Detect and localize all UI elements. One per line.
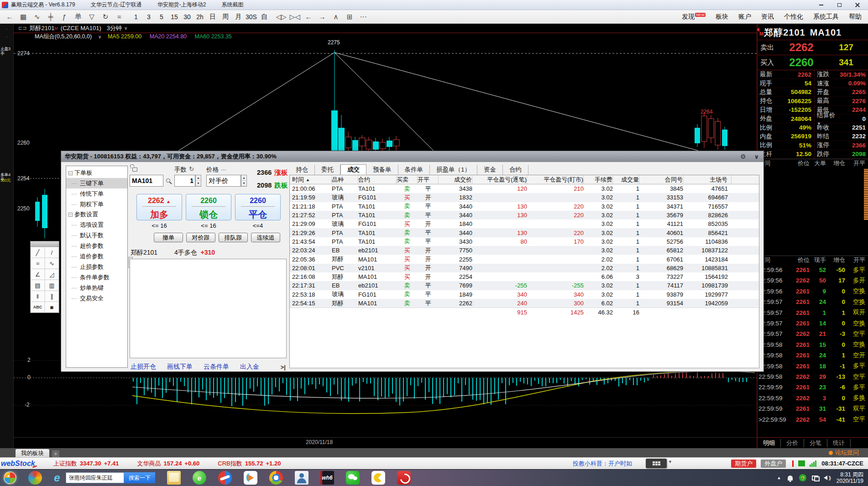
tree-group-参数设置[interactable]: −参数设置 <box>66 209 127 219</box>
lots-spinner[interactable]: ▲▼ <box>195 175 201 187</box>
drawing-tool-0[interactable]: ╱ <box>31 247 45 258</box>
prev-icon[interactable]: ← <box>303 11 314 22</box>
kline-chart-icon[interactable]: ╪ <box>45 11 57 22</box>
tree-item-止损参数[interactable]: 止损参数 <box>66 261 127 272</box>
safe-360-icon[interactable] <box>218 471 232 485</box>
button-对价跟[interactable]: 对价跟 <box>186 233 215 242</box>
taskbar-search-input[interactable]: 张雨绮回应朱正廷 <box>66 472 124 483</box>
period-30[interactable]: 30 <box>182 11 193 22</box>
lots-input[interactable] <box>174 175 195 187</box>
gear-icon[interactable]: ⚙ <box>740 153 746 160</box>
trade-tab-成交[interactable]: 成交 <box>340 164 366 175</box>
tray-clock[interactable]: 8:31 周四 2020/11/19 <box>837 471 863 484</box>
forum-label[interactable]: 论坛提问 <box>835 449 859 457</box>
position-list[interactable] <box>130 259 287 358</box>
my-board-tab[interactable]: 我的板块 <box>16 449 49 457</box>
wenhua-wh6-icon[interactable]: wh6 <box>320 471 334 485</box>
drawing-tool-7[interactable]: ▥ <box>45 280 59 291</box>
drawing-tool-3[interactable]: ∿ <box>45 258 59 269</box>
button-排队跟[interactable]: 排队跟 <box>219 233 248 242</box>
chart-period[interactable]: 3分钟 <box>107 24 122 32</box>
search-icon[interactable] <box>166 178 170 183</box>
dialog-titlebar[interactable]: 华安期货 - 100816153 权益：43,797，可用资金：29,857，资… <box>61 151 763 162</box>
ask-price[interactable]: 2262 <box>779 41 824 54</box>
trade-tab-预备单[interactable]: 预备单 <box>366 165 398 175</box>
quote-tab-分笔[interactable]: 分笔 <box>804 439 827 447</box>
scrollbar[interactable] <box>864 169 868 220</box>
drawing-tool-6[interactable]: ▤ <box>31 280 45 291</box>
tree-item-超价参数[interactable]: 超价参数 <box>66 240 127 251</box>
table-row[interactable]: 22:08:01PVCv2101买开74902.0216862910885831 <box>290 264 759 272</box>
zoom-in-icon[interactable]: ∧ <box>330 11 342 22</box>
link-画线下单[interactable]: 画线下单 <box>167 363 193 371</box>
trade-tab-损盈单（1）[interactable]: 损盈单（1） <box>430 165 477 175</box>
explorer-icon[interactable] <box>167 471 181 485</box>
menu-资讯[interactable]: 资讯 <box>761 13 774 21</box>
collapse-icon[interactable]: ▷◁ <box>289 11 301 22</box>
period-日[interactable]: 日 <box>207 11 218 22</box>
period-周[interactable]: 周 <box>220 11 231 22</box>
column-header[interactable]: 平仓盈亏(逐笔) <box>472 175 527 184</box>
start-button[interactable] <box>4 471 16 484</box>
taskbar-app-icon[interactable] <box>28 471 42 485</box>
tree-item-追价参数[interactable]: 追价参数 <box>66 251 127 261</box>
forum-link[interactable]: 论坛提问 <box>829 448 859 457</box>
tree-item-传统下单[interactable]: 传统下单 <box>66 188 127 199</box>
table-row[interactable]: 21:29:26PTATA101卖平34401302203.0214060185… <box>290 228 759 237</box>
palette-grip[interactable] <box>31 241 59 247</box>
link-止损开仓[interactable]: 止损开仓 <box>131 363 156 371</box>
link-出入金[interactable]: 出入金 <box>240 363 259 371</box>
quote-report-icon[interactable]: ▦ <box>17 11 29 22</box>
account-app-icon[interactable] <box>295 471 309 485</box>
lock-icon[interactable] <box>132 167 137 172</box>
drawing-tool-11[interactable]: ■ <box>45 302 59 313</box>
speaker-icon[interactable] <box>824 476 827 480</box>
table-row[interactable]: 22:54:15郑醇MA101卖平22622403006.02193154194… <box>290 299 759 308</box>
period-月[interactable]: 月 <box>233 11 244 22</box>
drawing-tool-1[interactable]: / <box>45 247 59 258</box>
drawing-toolbar[interactable]: ╱/≈∿∠◿▤▥‖∥ABC■ <box>30 241 59 313</box>
menu-帮助[interactable]: 帮助 <box>849 13 862 21</box>
chevron-down-icon[interactable]: ∨ <box>98 34 101 39</box>
tray-coin-icon[interactable]: + <box>799 474 806 481</box>
table-row[interactable]: 21:43:54PTATA101卖平3430801703.02152756110… <box>290 237 759 246</box>
tree-item-默认手数[interactable]: 默认手数 <box>66 230 127 240</box>
menu-板块[interactable]: 板块 <box>716 13 728 21</box>
menu-系统工具[interactable]: 系统工具 <box>813 13 839 21</box>
drawing-tool-2[interactable]: ≈ <box>31 258 45 269</box>
drawing-tool-4[interactable]: ∠ <box>31 269 45 280</box>
tree-expand-icon[interactable]: − <box>68 171 73 175</box>
table-row[interactable]: 22:05:36郑醇MA101买开22552.021670611423184 <box>290 255 759 263</box>
drawing-tool-8[interactable]: ‖ <box>31 291 45 302</box>
close-button[interactable] <box>850 0 865 10</box>
wechat-icon[interactable] <box>346 471 360 485</box>
tencent-video-icon[interactable] <box>244 471 257 485</box>
drawing-tool-5[interactable]: ◿ <box>45 269 59 280</box>
column-header[interactable]: 合约 <box>358 175 397 184</box>
panel-expand-icon[interactable]: >| <box>281 364 286 371</box>
period-15[interactable]: 15 <box>169 11 180 22</box>
more-icon[interactable]: ⋯ <box>357 11 369 22</box>
browser-360-icon[interactable]: e <box>193 471 206 485</box>
drawing-tool-10[interactable]: ABC <box>31 302 45 313</box>
table-row[interactable]: 21:21:18PTATA101卖平34401302203.0213437171… <box>290 202 759 211</box>
table-row[interactable]: 22:17:31EBeb2101卖平7699-255-2553.02174117… <box>290 281 759 290</box>
button-连续追[interactable]: 连续追 <box>251 233 280 242</box>
link-云条件单[interactable]: 云条件单 <box>204 363 229 371</box>
column-header[interactable]: 品种 <box>332 175 358 184</box>
column-header[interactable]: 主场号 <box>683 175 732 184</box>
action-button-锁仓[interactable]: 2260锁仓 <box>186 194 231 220</box>
menu-发现[interactable]: 发现NEW <box>682 13 706 21</box>
price-mode-select[interactable] <box>206 175 241 187</box>
contract-input[interactable] <box>130 175 163 187</box>
chart-title[interactable]: ⊏⊐ 郑醇2101M (CZCE MA101) 3分钟 ∨ <box>16 24 127 32</box>
action-button-平仓[interactable]: 2260平仓 <box>235 194 281 220</box>
column-header[interactable]: 合同号 <box>639 175 683 184</box>
tree-item-期权下单[interactable]: 期权下单 <box>66 199 127 209</box>
period-自[interactable]: 自 <box>259 11 270 22</box>
column-header[interactable]: 买卖 <box>397 175 418 184</box>
quote-tab-统计[interactable]: 统计 <box>827 439 851 447</box>
tree-group-下单板[interactable]: −下单板 <box>66 168 127 178</box>
add-board-button[interactable]: + <box>52 450 59 457</box>
tick-chart-icon[interactable]: ∿ <box>31 11 43 22</box>
